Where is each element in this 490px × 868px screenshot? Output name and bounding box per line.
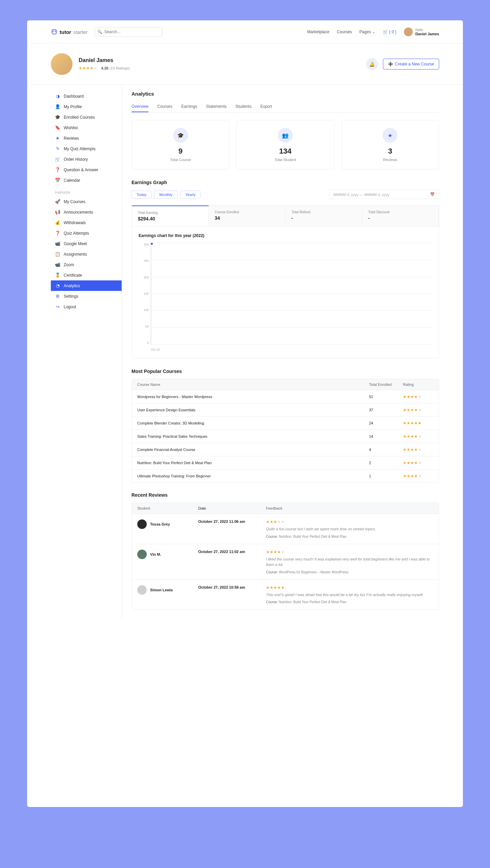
create-course-button[interactable]: ➕Create a New Course [383, 59, 439, 70]
page-title: Analytics [131, 91, 439, 97]
sidebar-item-my-profile[interactable]: 👤My Profile [51, 101, 122, 112]
graph-tab[interactable]: Total Refund- [285, 205, 362, 226]
sidebar-label: Certificate [64, 273, 82, 278]
sidebar-label: Wishlist [64, 125, 78, 130]
sidebar-label: My Courses [64, 199, 85, 204]
tab-statements[interactable]: Statements [206, 101, 227, 112]
popular-title: Most Popular Courses [131, 369, 439, 374]
svg-point-0 [53, 31, 54, 32]
sidebar-label: My Profile [64, 104, 82, 109]
card-value: 3 [349, 147, 431, 156]
sidebar-label: Order History [64, 157, 88, 162]
svg-point-1 [55, 31, 56, 32]
graph-tab[interactable]: Total Earning$294.40 [132, 205, 209, 226]
range-monthly[interactable]: Monthly [154, 191, 178, 199]
chevron-down-icon: ⌄ [372, 29, 375, 34]
sidebar-icon: 💰 [55, 220, 60, 225]
tab-students[interactable]: Students [236, 101, 251, 112]
sidebar-item-enrolled-courses[interactable]: 🎓Enrolled Courses [51, 112, 122, 122]
sidebar-item-google-meet[interactable]: 📹Google Meet [51, 238, 122, 249]
rating-stars: ★★★★★ [403, 408, 433, 412]
sidebar-item-my-quiz-attempts[interactable]: ✎My Quiz Attempts [51, 143, 122, 154]
course-row[interactable]: User Experience Design Essentials37★★★★★ [132, 403, 439, 416]
sidebar-label: Withdrawals [64, 220, 86, 225]
sidebar-item-quiz-attempts[interactable]: ❓Quiz Attempts [51, 228, 122, 238]
card-label: Total Course [139, 158, 222, 162]
sidebar-item-my-courses[interactable]: 🚀My Courses [51, 196, 122, 207]
summary-card: 🎓9Total Course [131, 120, 229, 170]
sidebar-section-header: Instructor [51, 185, 122, 196]
user-menu[interactable]: Hello Daniel James [404, 27, 439, 36]
sidebar-label: Question & Answer [64, 167, 98, 172]
tab-courses[interactable]: Courses [157, 101, 172, 112]
nav-pages[interactable]: Pages ⌄ [360, 29, 375, 34]
nav-courses[interactable]: Courses [337, 29, 352, 34]
sidebar-icon: 🏅 [55, 273, 60, 278]
course-row[interactable]: Nutrition: Build Your Perfect Diet & Mea… [132, 456, 439, 469]
sidebar-icon: 📹 [55, 241, 60, 246]
range-today[interactable]: Today [131, 191, 151, 199]
cart-link[interactable]: 🛒 ( 0 ) [383, 29, 396, 34]
student-avatar [137, 519, 147, 529]
course-row[interactable]: Complete Blender Creator, 3D Modelling24… [132, 416, 439, 430]
range-yearly[interactable]: Yearly [180, 191, 201, 199]
review-date: October 27, 2022 10:58 am [198, 585, 266, 589]
search-input[interactable] [95, 27, 162, 37]
sidebar-item-announcements[interactable]: 📢Announcements [51, 207, 122, 217]
logo[interactable]: tutorstarter [51, 28, 88, 35]
student-name: Tessa Grey [150, 522, 170, 526]
tab-export[interactable]: Export [260, 101, 272, 112]
sidebar-item-zoom[interactable]: 📹Zoom [51, 259, 122, 270]
summary-cards: 🎓9Total Course👥134Total Student★3Reviews [131, 120, 439, 170]
card-value: 9 [139, 147, 222, 156]
sidebar-icon: 🛒 [55, 157, 60, 162]
course-row[interactable]: Wordpress for Beginners - Master Wordpre… [132, 390, 439, 403]
graph-tab[interactable]: Total Discount- [362, 205, 439, 226]
popular-courses-table: Course Name Total Enrolled Rating Wordpr… [131, 379, 439, 483]
sidebar-icon: 🎓 [55, 115, 60, 120]
sidebar-item-certificate[interactable]: 🏅Certificate [51, 270, 122, 280]
sidebar-item-withdrawals[interactable]: 💰Withdrawals [51, 217, 122, 228]
nav-marketplace[interactable]: Marketplace [307, 29, 329, 34]
search-icon: 🔍 [97, 29, 102, 34]
sidebar-item-assignments[interactable]: 📋Assignments [51, 249, 122, 259]
earnings-chart-box: Total Earning$294.40Course Enrolled34Tot… [131, 205, 439, 358]
sidebar-item-order-history[interactable]: 🛒Order History [51, 154, 122, 164]
sidebar-item-wishlist[interactable]: 🔖Wishlist [51, 122, 122, 133]
reviews-table: Student Date Feedback Tessa Grey October… [131, 502, 439, 610]
sidebar-label: Assignments [64, 252, 87, 257]
review-row: Simon Lewis October 27, 2022 10:58 am ★★… [132, 579, 439, 610]
date-range-picker[interactable]: MMMM d, yyyy — MMMM d, yyyy 📅 [329, 190, 439, 199]
sidebar-icon: ✎ [55, 146, 60, 151]
course-row[interactable]: Sales Training: Practical Sales Techniqu… [132, 430, 439, 443]
rating-stars: ★★★★★ [403, 474, 433, 478]
summary-card: 👥134Total Student [236, 120, 334, 170]
student-avatar [137, 550, 147, 559]
earnings-title: Earnings Graph [131, 180, 439, 185]
sidebar-icon: ❓ [55, 167, 60, 172]
sidebar-item-question-answer[interactable]: ❓Question & Answer [51, 164, 122, 175]
rating-stars: ★★★★★ [403, 447, 433, 452]
sidebar-item-analytics[interactable]: ◔Analytics [51, 280, 122, 291]
sidebar-item-reviews[interactable]: ★Reviews [51, 133, 122, 143]
sidebar-icon: 📋 [55, 252, 60, 257]
course-row[interactable]: Complete Financial Analyst Course4★★★★★ [132, 443, 439, 456]
graph-tab[interactable]: Course Enrolled34 [209, 205, 286, 226]
review-date: October 27, 2022 11:06 am [198, 519, 266, 524]
card-icon: 🎓 [173, 128, 188, 143]
sidebar-icon: 🔖 [55, 125, 60, 130]
tab-overview[interactable]: Overview [131, 101, 148, 112]
sidebar-item-calendar[interactable]: 📅Calendar [51, 175, 122, 185]
sidebar-icon: 📹 [55, 262, 60, 267]
sidebar-item-dashboard[interactable]: ◑Dashboard [51, 91, 122, 101]
sidebar-item-settings[interactable]: ⚙Settings [51, 291, 122, 301]
topbar: tutorstarter 🔍 Marketplace Courses Pages… [27, 20, 463, 44]
summary-card: ★3Reviews [341, 120, 439, 170]
course-row[interactable]: Ultimate Photoshop Training: From Beginn… [132, 469, 439, 482]
tab-earnings[interactable]: Earnings [181, 101, 197, 112]
chart-data-point [151, 243, 153, 245]
student-avatar [137, 585, 147, 595]
sidebar-item-logout[interactable]: ↪Logout [51, 301, 122, 312]
notifications-button[interactable]: 🔔 [366, 58, 378, 70]
plus-icon: ➕ [388, 62, 393, 66]
